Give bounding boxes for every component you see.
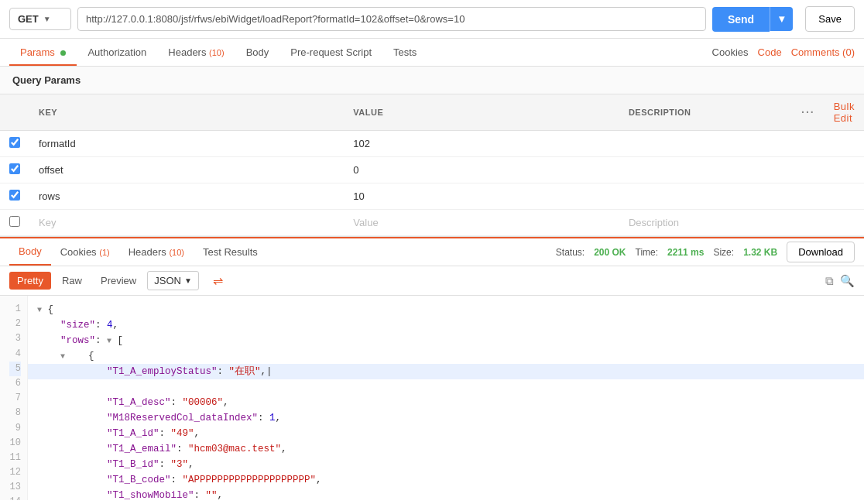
- right-tab-comments[interactable]: Comments (0): [791, 46, 855, 58]
- status-area: Status: 200 OK Time: 2211 ms Size: 1.32 …: [556, 242, 855, 262]
- resp-tab-body[interactable]: Body: [9, 238, 51, 266]
- table-row-placeholder: Key Value Description: [0, 210, 864, 236]
- tab-body[interactable]: Body: [235, 39, 280, 66]
- send-button-group: Send ▼: [712, 7, 793, 32]
- method-label: GET: [18, 13, 39, 25]
- placeholder-desc: Description: [629, 217, 679, 228]
- size-label: Size:: [713, 247, 734, 258]
- tab-params[interactable]: Params: [9, 39, 77, 66]
- row-1-checkbox[interactable]: [9, 137, 20, 148]
- format-tab-preview[interactable]: Preview: [93, 272, 144, 290]
- bulk-edit-cell: Bulk Edit: [825, 94, 864, 131]
- row-2-checkbox[interactable]: [9, 163, 20, 174]
- method-select[interactable]: GET ▼: [9, 8, 71, 30]
- download-button[interactable]: Download: [787, 242, 855, 262]
- row-3-desc[interactable]: [619, 183, 783, 210]
- right-tab-cookies[interactable]: Cookies: [712, 46, 749, 58]
- search-icon[interactable]: 🔍: [840, 274, 855, 288]
- response-bar: Body Cookies (1) Headers (10) Test Resul…: [0, 237, 864, 266]
- row-1-value[interactable]: 102: [344, 131, 619, 157]
- row-1-desc[interactable]: [619, 131, 783, 157]
- params-dot: [60, 50, 66, 56]
- response-section: Body Cookies (1) Headers (10) Test Resul…: [0, 237, 864, 500]
- table-row: rows 10: [0, 183, 864, 210]
- row-3-checkbox[interactable]: [9, 190, 20, 201]
- more-options-button[interactable]: ···: [801, 106, 815, 118]
- placeholder-key[interactable]: Key: [39, 217, 56, 228]
- chevron-down-icon: ▼: [184, 276, 192, 285]
- format-tab-pretty[interactable]: Pretty: [9, 272, 51, 290]
- send-dropdown-button[interactable]: ▼: [770, 7, 793, 31]
- json-format-select[interactable]: JSON ▼: [147, 271, 199, 290]
- row-1-key[interactable]: formatId: [29, 131, 344, 157]
- tab-authorization[interactable]: Authorization: [77, 39, 157, 66]
- code-pre: ▼ { "size": 4, "rows": ▼ [ ▼ { "T1_A_emp…: [37, 302, 855, 500]
- table-row: offset 0: [0, 157, 864, 183]
- copy-icon[interactable]: ⧉: [825, 274, 834, 288]
- row-2-desc[interactable]: [619, 157, 783, 183]
- code-viewer[interactable]: 1234 5 678910 1112131415 16171819 ▼ { "s…: [0, 296, 864, 500]
- status-code: 200 OK: [594, 247, 626, 258]
- col-checkbox: [0, 94, 29, 131]
- time-label: Time:: [636, 247, 659, 258]
- row-2-key[interactable]: offset: [29, 157, 344, 183]
- tab-headers[interactable]: Headers (10): [157, 39, 235, 66]
- save-button[interactable]: Save: [805, 6, 855, 32]
- col-actions-header: ···: [782, 94, 824, 131]
- tab-tests[interactable]: Tests: [382, 39, 427, 66]
- col-value-header: VALUE: [344, 94, 619, 131]
- params-table: KEY VALUE DESCRIPTION ··· Bulk Edit form…: [0, 94, 864, 236]
- json-label: JSON: [154, 275, 181, 286]
- size-value: 1.32 KB: [743, 247, 777, 258]
- table-row: formatId 102: [0, 131, 864, 157]
- tab-pre-request[interactable]: Pre-request Script: [279, 39, 382, 66]
- bulk-edit-button[interactable]: Bulk Edit: [834, 101, 855, 124]
- row-2-value[interactable]: 0: [344, 157, 619, 183]
- resp-tab-headers[interactable]: Headers (10): [119, 239, 194, 265]
- format-bar: Pretty Raw Preview JSON ▼ ⇌ ⧉ 🔍: [0, 266, 864, 296]
- col-key-header: KEY: [29, 94, 344, 131]
- right-format-icons: ⧉ 🔍: [825, 274, 855, 288]
- top-bar: GET ▼ Send ▼ Save: [0, 0, 864, 39]
- placeholder-checkbox[interactable]: [9, 216, 20, 227]
- row-3-value[interactable]: 10: [344, 183, 619, 210]
- time-value: 2211 ms: [667, 247, 704, 258]
- col-desc-header: DESCRIPTION: [619, 94, 783, 131]
- status-label: Status:: [556, 247, 585, 258]
- right-tab-code[interactable]: Code: [758, 46, 782, 58]
- main-content: Params Authorization Headers (10) Body P…: [0, 39, 864, 500]
- request-section: Params Authorization Headers (10) Body P…: [0, 39, 864, 237]
- resp-tab-test-results[interactable]: Test Results: [194, 239, 267, 265]
- line-numbers: 1234 5 678910 1112131415 16171819: [0, 296, 28, 500]
- placeholder-value[interactable]: Value: [353, 217, 378, 228]
- code-content[interactable]: ▼ { "size": 4, "rows": ▼ [ ▼ { "T1_A_emp…: [28, 296, 864, 500]
- chevron-down-icon: ▼: [43, 15, 51, 23]
- request-tabs: Params Authorization Headers (10) Body P…: [0, 39, 864, 67]
- right-tabs: Cookies Code Comments (0): [712, 46, 855, 58]
- format-tab-raw[interactable]: Raw: [54, 272, 90, 290]
- row-3-key[interactable]: rows: [29, 183, 344, 210]
- send-button[interactable]: Send: [712, 7, 770, 32]
- resp-tab-cookies[interactable]: Cookies (1): [51, 239, 119, 265]
- url-input[interactable]: [77, 7, 706, 31]
- query-params-title: Query Params: [0, 67, 864, 94]
- wrap-icon[interactable]: ⇌: [208, 272, 228, 290]
